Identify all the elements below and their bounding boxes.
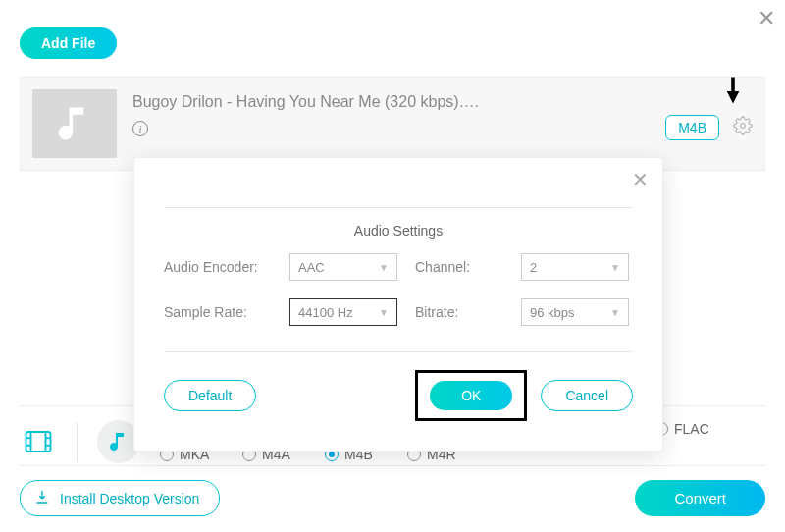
cancel-button[interactable]: Cancel: [541, 380, 633, 411]
label-bitrate: Bitrate:: [415, 304, 503, 320]
label-sample-rate: Sample Rate:: [164, 304, 272, 320]
download-icon: [34, 489, 50, 507]
sample-rate-select[interactable]: 44100 Hz▼: [289, 298, 397, 326]
modal-title: Audio Settings: [344, 223, 452, 239]
svg-rect-1: [26, 432, 51, 452]
label-encoder: Audio Encoder:: [164, 259, 272, 275]
chevron-down-icon: ▼: [379, 262, 389, 273]
format-badge[interactable]: M4B: [665, 115, 719, 140]
ok-button[interactable]: OK: [430, 381, 512, 410]
file-thumbnail: [32, 89, 117, 158]
install-desktop-button[interactable]: Install Desktop Version: [20, 480, 220, 516]
channel-select[interactable]: 2▼: [521, 253, 629, 281]
chevron-down-icon: ▼: [610, 262, 620, 273]
chevron-down-icon: ▼: [379, 307, 389, 318]
format-label: FLAC: [674, 421, 709, 437]
default-button[interactable]: Default: [164, 380, 256, 411]
info-icon[interactable]: i: [132, 121, 148, 136]
encoder-select[interactable]: AAC▼: [289, 253, 397, 281]
chevron-down-icon: ▼: [610, 307, 620, 318]
gear-icon[interactable]: [733, 116, 753, 139]
bottom-bar: Install Desktop Version Convert: [20, 465, 765, 516]
bitrate-select[interactable]: 96 kbps▼: [521, 298, 629, 326]
video-mode-icon[interactable]: [20, 423, 57, 460]
file-info: Bugoy Drilon - Having You Near Me (320 k…: [132, 89, 650, 136]
callout-arrow-icon: [724, 77, 742, 108]
ok-highlight-box: OK: [415, 370, 527, 421]
label-channel: Channel:: [415, 259, 503, 275]
divider: [77, 422, 78, 461]
music-note-icon: [53, 102, 96, 145]
add-file-button[interactable]: Add File: [20, 27, 117, 59]
modal-close-icon[interactable]: ✕: [632, 168, 649, 191]
svg-point-0: [741, 124, 746, 129]
file-title: Bugoy Drilon - Having You Near Me (320 k…: [132, 93, 650, 111]
format-radio-flac[interactable]: FLAC: [654, 421, 737, 437]
window-close-icon[interactable]: ✕: [758, 6, 775, 31]
audio-settings-modal: ✕ Audio Settings Audio Encoder: AAC▼ Cha…: [133, 157, 663, 452]
convert-button[interactable]: Convert: [635, 480, 765, 516]
